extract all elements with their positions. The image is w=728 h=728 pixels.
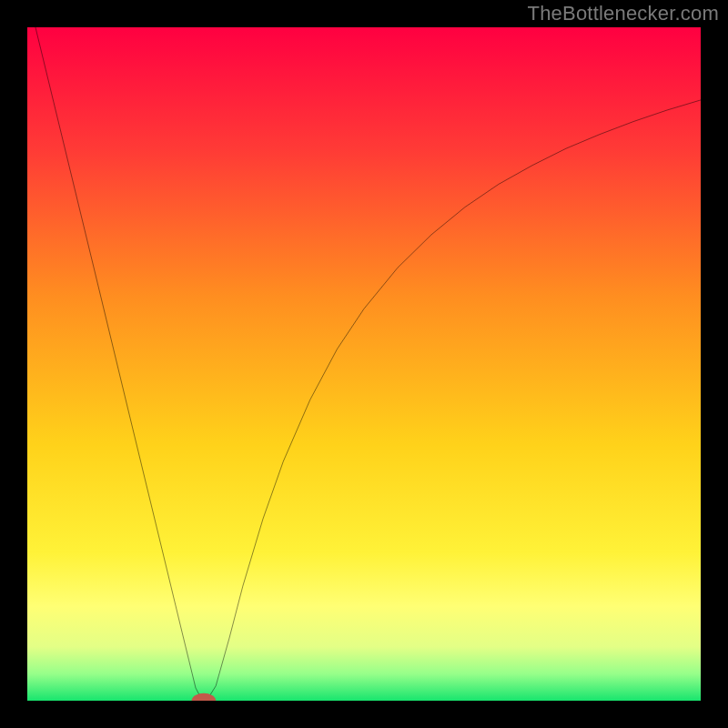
chart-plot [27,27,701,701]
chart-frame: TheBottlenecker.com [0,0,728,728]
chart-background [27,27,701,701]
watermark-text: TheBottlenecker.com [528,2,719,25]
